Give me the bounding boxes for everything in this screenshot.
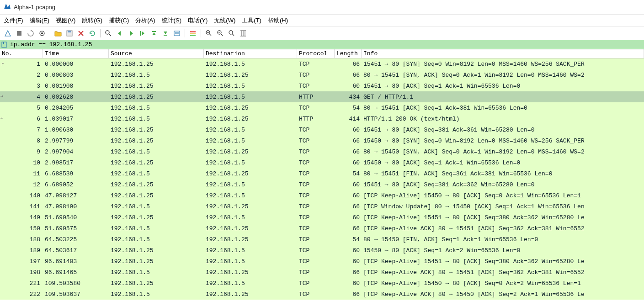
cell-source: 192.168.1.25 — [109, 247, 204, 254]
cell-length: 54 — [335, 104, 362, 112]
title-bar: Alpha-1.pcapng — [0, 0, 644, 15]
packet-row[interactable]: 92.997904192.168.1.5192.168.1.25TCP6680 … — [0, 146, 644, 157]
packet-row[interactable]: 18964.503617192.168.1.25192.168.1.5TCP60… — [0, 245, 644, 256]
packet-row[interactable]: 30.001908192.168.1.25192.168.1.5TCP60154… — [0, 80, 644, 91]
menu-file[interactable]: 文件(F) — [4, 16, 23, 25]
col-header-protocol[interactable]: Protocol — [297, 49, 335, 58]
svg-rect-9 — [164, 35, 167, 36]
packet-row[interactable]: 71.090630192.168.1.25192.168.1.5TCP60154… — [0, 124, 644, 135]
menu-help[interactable]: 帮助(H) — [268, 16, 288, 25]
packet-row[interactable]: 15051.690575192.168.1.5192.168.1.25TCP66… — [0, 223, 644, 234]
cell-protocol: TCP — [297, 170, 335, 178]
packet-row[interactable]: 20.000803192.168.1.5192.168.1.25TCP6680 … — [0, 69, 644, 80]
svg-line-24 — [232, 34, 234, 36]
packet-row[interactable]: 14147.998190192.168.1.5192.168.1.25TCP66… — [0, 201, 644, 212]
save-file-icon[interactable] — [64, 28, 75, 38]
packet-row[interactable]: 14047.998127192.168.1.25192.168.1.5TCP60… — [0, 190, 644, 201]
go-forward-icon[interactable] — [126, 28, 136, 38]
menu-bar: 文件(F) 编辑(E) 视图(V) 跳转(G) 捕获(C) 分析(A) 统计(S… — [0, 15, 644, 27]
cell-time: 2.997904 — [43, 148, 109, 156]
cell-destination: 192.168.1.25 — [204, 115, 297, 123]
go-to-packet-icon[interactable] — [138, 28, 148, 38]
display-filter-bar — [0, 40, 644, 49]
display-filter-input[interactable] — [8, 40, 644, 49]
cell-time: 0.000803 — [43, 71, 109, 79]
cell-length: 66 — [335, 290, 362, 298]
zoom-in-icon[interactable] — [204, 28, 214, 38]
resize-columns-icon[interactable] — [238, 28, 248, 38]
packet-row[interactable]: 221109.503580192.168.1.25192.168.1.5TCP6… — [0, 278, 644, 289]
cell-info: [TCP Keep-Alive] 15451 → 80 [ACK] Seq=38… — [362, 214, 644, 222]
cell-time: 1.039017 — [43, 115, 109, 123]
col-header-no[interactable]: No. — [0, 49, 43, 58]
packet-row[interactable]: 61.039017192.168.1.5192.168.1.25HTTP414H… — [0, 113, 644, 124]
col-header-destination[interactable]: Destination — [204, 49, 297, 58]
packet-row[interactable]: 10.000000192.168.1.25192.168.1.5TCP66154… — [0, 58, 644, 69]
colorize-icon[interactable] — [188, 28, 198, 38]
svg-rect-31 — [3, 42, 4, 44]
start-capture-icon[interactable] — [3, 28, 13, 38]
svg-rect-14 — [190, 33, 196, 34]
cell-protocol: TCP — [297, 181, 335, 189]
packet-row[interactable]: 19796.691403192.168.1.25192.168.1.5TCP60… — [0, 256, 644, 267]
packet-row[interactable]: 82.997799192.168.1.25192.168.1.5TCP66154… — [0, 135, 644, 146]
cell-source: 192.168.1.25 — [109, 93, 204, 101]
cell-time: 6.688539 — [43, 170, 109, 178]
packet-row[interactable]: 126.689052192.168.1.25192.168.1.5TCP6015… — [0, 179, 644, 190]
zoom-reset-icon[interactable] — [227, 28, 237, 38]
col-header-length[interactable]: Length — [335, 49, 362, 58]
cell-info: 15451 → 80 [SYN] Seq=0 Win=8192 Len=0 MS… — [362, 60, 644, 68]
packet-row[interactable]: 222109.503637192.168.1.5192.168.1.25TCP6… — [0, 289, 644, 300]
packet-row[interactable]: 19896.691465192.168.1.5192.168.1.25TCP66… — [0, 267, 644, 278]
col-header-info[interactable]: Info — [362, 49, 644, 58]
cell-destination: 192.168.1.5 — [204, 126, 297, 134]
open-file-icon[interactable] — [53, 28, 63, 38]
packet-row[interactable]: 50.204205192.168.1.5192.168.1.25TCP5480 … — [0, 102, 644, 113]
cell-destination: 192.168.1.25 — [204, 170, 297, 178]
packet-row[interactable]: 40.002628192.168.1.25192.168.1.5HTTP434G… — [0, 91, 644, 102]
reload-icon[interactable] — [87, 28, 97, 38]
cell-info: [TCP Keep-Alive ACK] 80 → 15451 [ACK] Se… — [362, 225, 644, 232]
menu-wireless[interactable]: 无线(W) — [214, 16, 235, 25]
bookmark-filter-icon[interactable] — [0, 40, 8, 49]
go-first-icon[interactable] — [149, 28, 159, 38]
packet-row[interactable]: 116.688539192.168.1.5192.168.1.25TCP5480… — [0, 168, 644, 179]
stop-capture-icon[interactable] — [14, 28, 24, 38]
zoom-out-icon[interactable] — [215, 28, 225, 38]
packet-row[interactable]: 18864.503225192.168.1.5192.168.1.25TCP54… — [0, 234, 644, 245]
cell-source: 192.168.1.5 — [109, 71, 204, 79]
menu-telephony[interactable]: 电话(Y) — [188, 16, 208, 25]
response-arrow-icon: ← — [0, 115, 4, 121]
current-arrow-icon: → — [0, 93, 4, 99]
restart-capture-icon[interactable] — [26, 28, 36, 38]
packet-row[interactable]: 14951.690540192.168.1.25192.168.1.5TCP60… — [0, 212, 644, 223]
col-header-source[interactable]: Source — [109, 49, 204, 58]
menu-edit[interactable]: 编辑(E) — [30, 16, 49, 25]
menu-view[interactable]: 视图(V) — [56, 16, 75, 25]
go-back-icon[interactable] — [115, 28, 125, 38]
menu-analyze[interactable]: 分析(A) — [135, 16, 155, 25]
menu-go[interactable]: 跳转(G) — [82, 16, 102, 25]
menu-tools[interactable]: 工具(T) — [242, 16, 261, 25]
find-packet-icon[interactable] — [103, 28, 113, 38]
go-last-icon[interactable] — [160, 28, 170, 38]
cell-info: HTTP/1.1 200 OK (text/html) — [362, 115, 644, 123]
cell-info: 80 → 15451 [SYN, ACK] Seq=0 Ack=1 Win=81… — [362, 71, 644, 79]
close-file-icon[interactable] — [76, 28, 86, 38]
cell-length: 54 — [335, 170, 362, 178]
svg-rect-7 — [140, 31, 141, 36]
col-header-time[interactable]: Time — [43, 49, 109, 58]
cell-destination: 192.168.1.5 — [204, 60, 297, 68]
cell-destination: 192.168.1.25 — [204, 236, 297, 243]
auto-scroll-icon[interactable] — [172, 28, 182, 38]
cell-time: 0.204205 — [43, 104, 109, 112]
cell-time: 2.997799 — [43, 137, 109, 145]
menu-stats[interactable]: 统计(S) — [162, 16, 181, 25]
cell-destination: 192.168.1.5 — [204, 214, 297, 222]
capture-options-icon[interactable] — [37, 28, 47, 38]
cell-length: 66 — [335, 203, 362, 211]
cell-source: 192.168.1.5 — [109, 203, 204, 211]
cell-info: 80 → 15450 [SYN, ACK] Seq=0 Ack=1 Win=81… — [362, 148, 644, 156]
menu-capture[interactable]: 捕获(C) — [109, 16, 129, 25]
packet-row[interactable]: 102.998517192.168.1.25192.168.1.5TCP6015… — [0, 157, 644, 168]
